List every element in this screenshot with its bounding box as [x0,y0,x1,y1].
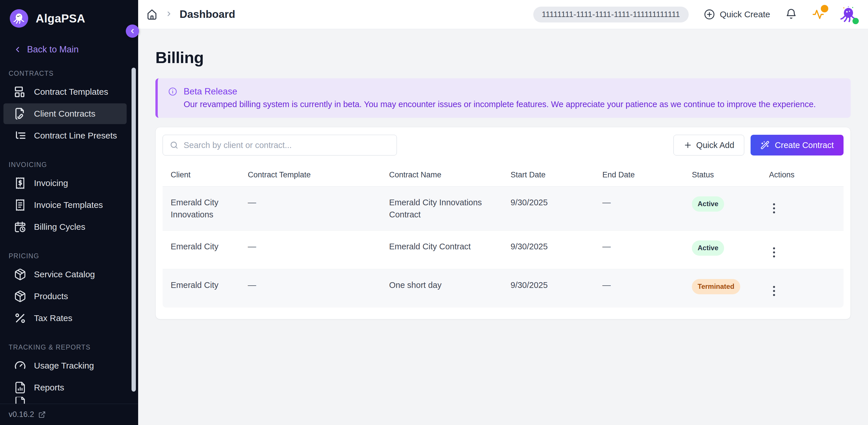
sidebar-item-products[interactable]: Products [3,286,127,307]
wand-sparkles-icon [761,141,770,150]
col-contract-template: Contract Template [240,163,381,187]
cell-name: Emerald City Contract [381,231,502,269]
cell-template: — [240,187,381,231]
table-row[interactable]: Emerald City — One short day 9/30/2025 —… [163,269,843,308]
breadcrumb-current: Dashboard [180,8,235,21]
section-contracts: CONTRACTS [9,70,138,78]
status-badge: Terminated [692,279,740,294]
header-actions: 11111111-1111-1111-1111-111111111111 Qui… [533,5,858,24]
search-input[interactable] [163,135,397,155]
sidebar-item-label: Products [34,292,68,301]
breadcrumb: Dashboard [146,8,235,21]
notifications-button[interactable] [785,8,797,21]
sidebar-item-label: Invoicing [34,178,68,188]
app-name: AlgaPSA [36,12,85,25]
table-header-row: Client Contract Template Contract Name S… [163,163,843,187]
receipt-text-icon [14,199,27,211]
col-status: Status [684,163,761,187]
sidebar-item-usage-tracking[interactable]: Usage Tracking [3,355,127,376]
back-to-main-link[interactable]: Back to Main [13,44,138,55]
sidebar-item-billing-cycles[interactable]: Billing Cycles [3,216,127,237]
row-actions-menu-button[interactable] [769,202,779,215]
gauge-icon [14,359,27,372]
nav-invoicing: Invoicing Invoice Templates Billing Cycl… [0,173,138,237]
sidebar-item-label: Tax Rates [34,313,72,323]
home-breadcrumb-button[interactable] [146,8,158,21]
sidebar-item-label: Reports [34,383,64,392]
sidebar-item-label: Client Contracts [34,109,95,119]
cell-start: 9/30/2025 [502,187,594,231]
table-row[interactable]: Emerald City — Emerald City Contract 9/3… [163,231,843,269]
activity-badge-dot [821,5,828,12]
search-icon [169,141,179,150]
cell-client: Emerald City Innovations [163,187,240,231]
sidebar-collapse-button[interactable] [126,25,139,38]
banner-message: Our revamped billing system is currently… [184,100,840,109]
nav-tracking: Usage Tracking Reports [0,355,138,398]
cell-end: — [594,269,684,308]
main-column: Dashboard 11111111-1111-1111-1111-111111… [138,0,868,425]
panels-icon [14,86,27,98]
quick-create-button[interactable]: Quick Create [704,9,770,20]
beta-release-banner: Beta Release Our revamped billing system… [155,78,851,118]
sidebar-item-client-contracts[interactable]: Client Contracts [3,103,127,124]
sidebar-item-label: Usage Tracking [34,361,94,371]
chevron-left-icon [13,45,22,54]
package-icon [14,290,27,303]
user-avatar[interactable] [839,5,858,24]
tenant-id-badge: 11111111-1111-1111-1111-111111111111 [533,7,689,23]
online-status-dot [852,18,859,24]
sidebar-item-service-catalog[interactable]: Service Catalog [3,264,127,285]
cell-client: Emerald City [163,269,240,308]
calendar-clock-icon [14,220,27,233]
table-row[interactable]: Emerald City Innovations — Emerald City … [163,187,843,231]
app-version: v0.16.2 [9,410,34,419]
create-contract-label: Create Contract [775,141,834,150]
chevron-left-icon [129,28,136,35]
page-billing: Billing Beta Release Our revamped billin… [138,29,868,425]
create-contract-button[interactable]: Create Contract [751,135,843,155]
sidebar-item-label: Contract Line Presets [34,131,117,141]
sidebar-item-contract-line-presets[interactable]: Contract Line Presets [3,125,127,146]
app-logo: AlgaPSA [0,0,138,28]
percent-icon [14,312,27,325]
sidebar: AlgaPSA Back to Main CONTRACTS Contract … [0,0,138,425]
sidebar-scrollbar-thumb[interactable] [131,68,136,392]
quick-add-button[interactable]: Quick Add [674,135,744,155]
section-pricing: PRICING [9,252,138,260]
sidebar-item-contract-templates[interactable]: Contract Templates [3,82,127,102]
sidebar-item-label: Invoice Templates [34,200,103,210]
back-to-main-label: Back to Main [27,44,79,55]
sidebar-footer: v0.16.2 [0,404,138,425]
package-icon [14,268,27,281]
external-link-icon[interactable] [38,411,46,418]
col-client: Client [163,163,240,187]
section-tracking-reports: TRACKING & REPORTS [9,343,138,351]
top-header: Dashboard 11111111-1111-1111-1111-111111… [138,0,868,29]
sidebar-item-label: Service Catalog [34,270,95,279]
activity-button[interactable] [812,8,824,21]
file-chart-icon [14,381,27,394]
row-actions-menu-button[interactable] [769,284,779,298]
octopus-logo-icon [10,9,28,28]
contracts-table: Client Contract Template Contract Name S… [163,163,843,307]
file-pen-icon [14,108,27,120]
sidebar-item-invoice-templates[interactable]: Invoice Templates [3,195,127,215]
list-tree-icon [14,129,27,142]
sidebar-item-invoicing[interactable]: Invoicing [3,173,127,193]
row-actions-menu-button[interactable] [769,246,779,259]
page-title: Billing [155,48,851,67]
contracts-toolbar: Quick Add Create Contract [163,135,843,155]
status-badge: Active [692,240,724,256]
nav-contracts: Contract Templates Client Contracts Cont… [0,82,138,146]
col-end-date: End Date [594,163,684,187]
quick-create-label: Quick Create [720,9,770,19]
sidebar-item-tax-rates[interactable]: Tax Rates [3,308,127,329]
plus-icon [684,141,692,149]
sidebar-item-reports[interactable]: Reports [3,377,127,398]
cell-client: Emerald City [163,231,240,269]
banner-title: Beta Release [184,86,237,97]
cell-template: — [240,231,381,269]
cell-start: 9/30/2025 [502,231,594,269]
sidebar-item-label: Billing Cycles [34,222,85,232]
